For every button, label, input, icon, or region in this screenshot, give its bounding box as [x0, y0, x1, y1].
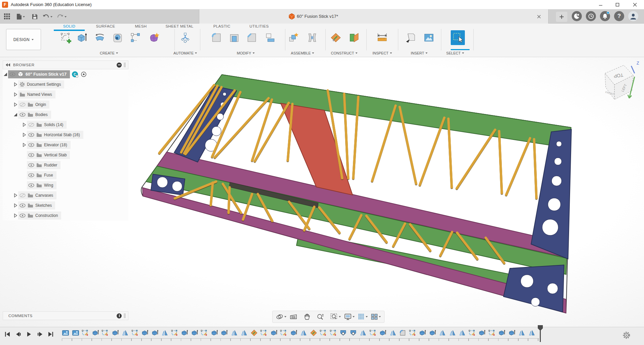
- timeline-feature-extrude[interactable]: [92, 329, 99, 337]
- browser-grip-handle[interactable]: [124, 63, 125, 67]
- eye-visible-icon[interactable]: [28, 163, 34, 167]
- browser-root-row[interactable]: 60" Fusion Stick v17 C: [3, 69, 128, 79]
- look-at-button[interactable]: [288, 312, 301, 321]
- tab-sheet-metal[interactable]: SHEET METAL: [165, 24, 193, 28]
- timeline-feature-sketch[interactable]: [131, 329, 139, 337]
- timeline-feature-hole[interactable]: [350, 329, 357, 337]
- timeline-feature-plane[interactable]: [250, 329, 258, 337]
- collapsed-twisty-icon[interactable]: [13, 82, 18, 87]
- chamfer-button[interactable]: [245, 30, 259, 45]
- insert-canvas-button[interactable]: [422, 30, 436, 45]
- browser-collapse-button[interactable]: [117, 63, 122, 68]
- tab-surface[interactable]: SURFACE: [96, 24, 115, 28]
- shell-button[interactable]: [227, 30, 241, 45]
- timeline-feature-mirror[interactable]: [161, 329, 168, 337]
- timeline-feature-extrude[interactable]: [211, 329, 218, 337]
- browser-row-solids[interactable]: Solids (14): [3, 120, 128, 130]
- comments-expand-button[interactable]: [117, 313, 122, 318]
- timeline-feature-sketch[interactable]: [82, 329, 89, 337]
- view-cube[interactable]: TOP LEFT FRONT Z: [596, 60, 643, 104]
- timeline-feature-sketch[interactable]: [488, 329, 496, 337]
- timeline-feature-extrude[interactable]: [419, 329, 426, 337]
- timeline-feature-extrude[interactable]: [379, 329, 387, 337]
- timeline-playhead-handle[interactable]: [538, 325, 543, 331]
- offset-face-button[interactable]: [263, 30, 277, 45]
- timeline-feature-mirror[interactable]: [528, 329, 535, 337]
- timeline-feature-mirror[interactable]: [518, 329, 525, 337]
- create-sketch-button[interactable]: [59, 30, 73, 45]
- file-menu-caret-icon[interactable]: [23, 16, 25, 17]
- fillet-button[interactable]: [209, 30, 224, 45]
- eye-visible-icon[interactable]: [19, 112, 26, 117]
- timeline-feature-sketch[interactable]: [469, 329, 476, 337]
- fit-button[interactable]: [329, 312, 342, 321]
- timeline-feature-plane[interactable]: [310, 329, 317, 337]
- timeline-feature-sketch[interactable]: [280, 329, 287, 337]
- group-create[interactable]: CREATE: [100, 51, 118, 55]
- browser-row-bodies[interactable]: Bodies: [3, 110, 128, 120]
- browser-row-document-settings[interactable]: Document Settings: [3, 79, 128, 89]
- browser-row-origin[interactable]: Origin: [3, 100, 128, 110]
- viewports-button[interactable]: [370, 313, 382, 321]
- extensions-button[interactable]: [572, 11, 582, 21]
- timeline-feature-extrude[interactable]: [191, 329, 198, 337]
- joint-button[interactable]: [305, 30, 319, 45]
- collapsed-twisty-icon[interactable]: [13, 203, 18, 208]
- redo-button[interactable]: [56, 12, 65, 21]
- new-component-button[interactable]: [286, 30, 300, 45]
- timeline-feature-canvas[interactable]: [72, 329, 79, 337]
- pattern-button[interactable]: [128, 30, 143, 45]
- group-inspect[interactable]: INSPECT: [372, 51, 392, 55]
- group-select[interactable]: SELECT: [446, 51, 464, 55]
- timeline-feature-sketch[interactable]: [369, 329, 377, 337]
- tab-utilities[interactable]: UTILITIES: [249, 24, 269, 28]
- timeline-feature-extrude[interactable]: [429, 329, 436, 337]
- timeline-feature-extrude[interactable]: [270, 329, 278, 337]
- timeline-feature-mirror[interactable]: [389, 329, 397, 337]
- browser-row-sketches[interactable]: Sketches: [3, 200, 128, 210]
- hole-button[interactable]: [111, 30, 125, 45]
- timeline-ruler[interactable]: [62, 338, 539, 341]
- timeline-feature-canvas[interactable]: [62, 329, 69, 337]
- measure-button[interactable]: [375, 30, 389, 45]
- 3d-viewport[interactable]: TOP LEFT FRONT Z BROWSER 60" Fusion Stic…: [0, 57, 644, 327]
- step-back-button[interactable]: [14, 330, 23, 339]
- new-tab-button[interactable]: [556, 12, 567, 22]
- timeline-feature-sketch[interactable]: [171, 329, 178, 337]
- eye-visible-icon[interactable]: [28, 183, 34, 188]
- collapsed-twisty-icon[interactable]: [13, 92, 18, 97]
- step-forward-button[interactable]: [36, 330, 44, 339]
- collapsed-twisty-icon[interactable]: [22, 142, 27, 148]
- timeline-feature-extrude[interactable]: [478, 329, 486, 337]
- laser-cut-sheet-model[interactable]: [141, 75, 571, 313]
- zoom-button[interactable]: [315, 312, 328, 321]
- timeline-feature-mirror[interactable]: [300, 329, 307, 337]
- collapsed-twisty-icon[interactable]: [22, 132, 27, 138]
- eye-visible-icon[interactable]: [9, 72, 15, 77]
- eye-visible-icon[interactable]: [28, 173, 34, 178]
- save-button[interactable]: [30, 12, 39, 21]
- collapsed-twisty-icon[interactable]: [22, 122, 27, 127]
- group-insert[interactable]: INSERT: [411, 51, 428, 55]
- timeline-feature-mirror[interactable]: [231, 329, 238, 337]
- pan-button[interactable]: [302, 312, 315, 321]
- notifications-button[interactable]: [600, 11, 610, 21]
- eye-visible-icon[interactable]: [28, 132, 34, 137]
- group-construct[interactable]: CONSTRUCT: [331, 51, 357, 55]
- comments-grip-handle[interactable]: [124, 313, 125, 318]
- activate-target-icon[interactable]: [81, 71, 87, 77]
- user-avatar[interactable]: [628, 11, 638, 21]
- browser-row-horizontal-stab[interactable]: Horizontal Stab (16): [3, 130, 128, 140]
- timeline-feature-extrude[interactable]: [220, 329, 228, 337]
- timeline-feature-extrude[interactable]: [498, 329, 506, 337]
- collapsed-twisty-icon[interactable]: [13, 193, 18, 198]
- eye-visible-icon[interactable]: [28, 143, 34, 147]
- display-settings-button[interactable]: [343, 312, 356, 321]
- eye-visible-icon[interactable]: [19, 213, 26, 218]
- browser-row-elevator[interactable]: Elevator (18): [3, 140, 128, 150]
- timeline-feature-mirror[interactable]: [359, 329, 367, 337]
- timeline-feature-sketch[interactable]: [102, 329, 109, 337]
- browser-row-construction[interactable]: Construction: [3, 210, 128, 221]
- extrude-button[interactable]: [75, 30, 89, 45]
- timeline-feature-mirror[interactable]: [121, 329, 129, 337]
